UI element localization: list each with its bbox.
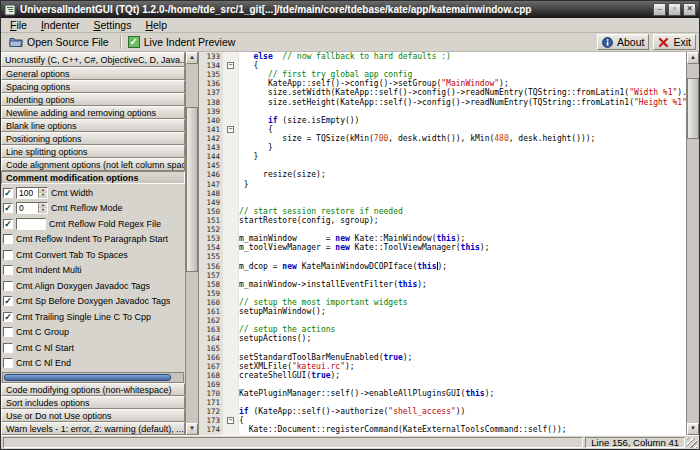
menu-file[interactable]: File <box>3 18 34 32</box>
section-indenting-options[interactable]: Indenting options <box>1 93 185 106</box>
line-number[interactable]: 153 <box>199 234 223 243</box>
line-number[interactable]: 159 <box>199 289 223 298</box>
live-preview-checkbox[interactable]: ✓ <box>128 36 140 48</box>
close-button[interactable]: ✕ <box>683 3 696 16</box>
option-checkbox[interactable] <box>3 358 13 368</box>
line-number[interactable]: 168 <box>199 371 223 380</box>
fold-margin[interactable] <box>223 380 239 389</box>
option-checkbox[interactable]: ✓ <box>3 219 13 229</box>
option-cmt-reflow-indent-to-paragraph-start[interactable]: Cmt Reflow Indent To Paragraph Start <box>3 232 183 248</box>
section-comment-modification-options[interactable]: Comment modification options <box>1 171 185 184</box>
fold-margin[interactable] <box>223 325 239 334</box>
indenter-selector[interactable]: Uncrustify (C, C++, C#, ObjectiveC, D, J… <box>1 52 185 67</box>
line-number[interactable]: 154 <box>199 243 223 252</box>
option-checkbox[interactable] <box>3 281 13 291</box>
line-number[interactable]: 141 <box>199 125 223 134</box>
code-editor[interactable]: 133 else // now fallback to hard default… <box>198 52 686 435</box>
option-spinbox[interactable]: 0▲▼ <box>16 202 48 214</box>
line-number[interactable]: 151 <box>199 216 223 225</box>
fold-margin[interactable] <box>223 371 239 380</box>
option-checkbox[interactable] <box>3 234 13 244</box>
section-sort-includes-options[interactable]: Sort includes options <box>1 396 185 409</box>
sidebar-scroll-thumb[interactable] <box>186 107 198 272</box>
section-general-options[interactable]: General options <box>1 67 185 80</box>
option-spinbox[interactable]: 100▲▼ <box>16 187 48 199</box>
option-checkbox[interactable]: ✓ <box>3 312 13 322</box>
section-code-alignment-options-not-left-column-spac[interactable]: Code alignment options (not left column … <box>1 158 185 171</box>
option-checkbox[interactable]: ✓ <box>3 296 13 306</box>
section-blank-line-options[interactable]: Blank line options <box>1 119 185 132</box>
line-number[interactable]: 135 <box>199 70 223 79</box>
fold-margin[interactable] <box>223 198 239 207</box>
section-use-or-do-not-use-options[interactable]: Use or Do not Use options <box>1 409 185 422</box>
line-number[interactable]: 138 <box>199 98 223 107</box>
fold-margin[interactable] <box>223 307 239 316</box>
fold-margin[interactable] <box>223 70 239 79</box>
option-text-field[interactable] <box>16 218 46 230</box>
fold-toggle-icon[interactable]: − <box>227 417 234 424</box>
option-cmt-c-group[interactable]: Cmt C Group <box>3 325 183 341</box>
line-number[interactable]: 145 <box>199 161 223 170</box>
option-checkbox[interactable] <box>3 250 13 260</box>
fold-margin[interactable] <box>223 262 239 271</box>
fold-margin[interactable]: − <box>223 416 239 425</box>
line-number[interactable]: 163 <box>199 325 223 334</box>
line-number[interactable]: 173 <box>199 416 223 425</box>
editor-scroll-track[interactable] <box>687 64 699 423</box>
option-checkbox[interactable]: ✓ <box>3 203 13 213</box>
fold-margin[interactable] <box>223 134 239 143</box>
fold-margin[interactable] <box>223 234 239 243</box>
fold-margin[interactable] <box>223 116 239 125</box>
line-number[interactable]: 139 <box>199 107 223 116</box>
fold-margin[interactable] <box>223 243 239 252</box>
open-source-file-button[interactable]: Open Source File <box>4 34 114 50</box>
section-positioning-options[interactable]: Positioning options <box>1 132 185 145</box>
sidebar-scroll-down-icon[interactable]: ▼ <box>186 423 198 435</box>
line-number[interactable]: 140 <box>199 116 223 125</box>
fold-margin[interactable] <box>223 216 239 225</box>
live-indent-preview-toggle[interactable]: ✓ Live Indent Preview <box>128 36 236 48</box>
fold-margin[interactable] <box>223 79 239 88</box>
about-button[interactable]: About <box>597 34 649 50</box>
option-cmt-indent-multi[interactable]: Cmt Indent Multi <box>3 263 183 279</box>
option-cmt-convert-tab-to-spaces[interactable]: Cmt Convert Tab To Spaces <box>3 247 183 263</box>
line-number[interactable]: 152 <box>199 225 223 234</box>
sidebar-scroll-track[interactable] <box>186 64 198 423</box>
editor-scroll-up-icon[interactable]: ▲ <box>687 52 699 64</box>
sidebar-scroll-up-icon[interactable]: ▲ <box>186 52 198 64</box>
fold-margin[interactable] <box>223 298 239 307</box>
fold-margin[interactable] <box>223 389 239 398</box>
option-checkbox[interactable] <box>3 265 13 275</box>
line-number[interactable]: 165 <box>199 344 223 353</box>
fold-margin[interactable] <box>223 143 239 152</box>
line-number[interactable]: 170 <box>199 389 223 398</box>
menu-help[interactable]: Help <box>138 18 174 32</box>
line-number[interactable]: 158 <box>199 280 223 289</box>
fold-margin[interactable] <box>223 88 239 97</box>
minimize-button[interactable]: – <box>653 3 666 16</box>
line-number[interactable]: 142 <box>199 134 223 143</box>
fold-margin[interactable] <box>223 52 239 61</box>
line-number[interactable]: 147 <box>199 180 223 189</box>
line-number[interactable]: 172 <box>199 407 223 416</box>
editor-scrollbar[interactable]: ▲ ▼ <box>686 52 699 435</box>
line-number[interactable]: 137 <box>199 88 223 97</box>
maximize-button[interactable]: ▫ <box>668 3 681 16</box>
fold-margin[interactable] <box>223 353 239 362</box>
spin-down-icon[interactable]: ▼ <box>39 208 47 213</box>
hscrollbar-thumb[interactable] <box>4 374 171 381</box>
option-cmt-c-nl-start[interactable]: Cmt C Nl Start <box>3 340 183 356</box>
line-number[interactable]: 148 <box>199 189 223 198</box>
line-number[interactable]: 146 <box>199 170 223 179</box>
fold-margin[interactable] <box>223 107 239 116</box>
line-number[interactable]: 143 <box>199 143 223 152</box>
fold-toggle-icon[interactable]: − <box>227 62 234 69</box>
option-cmt-reflow-mode[interactable]: ✓0▲▼Cmt Reflow Mode <box>3 201 183 217</box>
line-number[interactable]: 160 <box>199 298 223 307</box>
fold-margin[interactable] <box>223 152 239 161</box>
fold-margin[interactable] <box>223 398 239 407</box>
option-cmt-align-doxygen-javadoc-tags[interactable]: Cmt Align Doxygen Javadoc Tags <box>3 278 183 294</box>
option-checkbox[interactable] <box>3 343 13 353</box>
option-checkbox[interactable] <box>3 327 13 337</box>
fold-margin[interactable] <box>223 207 239 216</box>
